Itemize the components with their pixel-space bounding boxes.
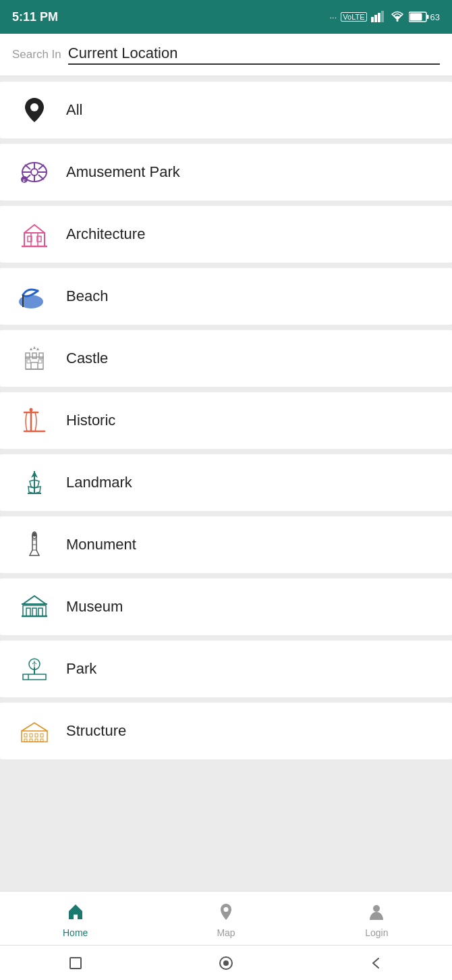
search-bar: Search In Current Location bbox=[0, 34, 452, 76]
category-item-structure[interactable]: Structure bbox=[0, 703, 452, 759]
status-icons: ··· VoLTE 63 bbox=[329, 10, 440, 24]
category-label-architecture: Architecture bbox=[66, 225, 145, 243]
castle-icon bbox=[15, 342, 54, 375]
nav-login[interactable]: Login bbox=[302, 902, 452, 938]
svg-rect-32 bbox=[39, 353, 43, 358]
category-item-architecture[interactable]: Architecture bbox=[0, 206, 452, 263]
svg-rect-35 bbox=[38, 360, 42, 363]
svg-rect-47 bbox=[38, 608, 43, 616]
category-item-castle[interactable]: Castle bbox=[0, 330, 452, 387]
login-icon bbox=[366, 902, 387, 925]
svg-rect-1 bbox=[374, 15, 377, 22]
svg-point-63 bbox=[373, 905, 380, 912]
svg-line-15 bbox=[25, 165, 30, 169]
search-label: Search In bbox=[12, 48, 61, 61]
search-value[interactable]: Current Location bbox=[68, 45, 440, 65]
category-item-historic[interactable]: Historic bbox=[0, 392, 452, 449]
svg-rect-48 bbox=[23, 674, 46, 680]
category-list: All F Amusement Park bbox=[0, 76, 452, 891]
svg-rect-3 bbox=[381, 11, 384, 22]
category-item-all[interactable]: All bbox=[0, 82, 452, 138]
svg-rect-7 bbox=[409, 13, 422, 21]
category-label-amusement-park: Amusement Park bbox=[66, 163, 180, 181]
android-nav-bar bbox=[0, 945, 452, 980]
category-item-landmark[interactable]: Landmark bbox=[0, 454, 452, 511]
category-item-amusement-park[interactable]: F Amusement Park bbox=[0, 144, 452, 200]
monument-icon bbox=[15, 528, 54, 561]
svg-rect-56 bbox=[35, 734, 38, 737]
historic-icon bbox=[15, 404, 54, 437]
svg-rect-0 bbox=[371, 17, 374, 22]
svg-text:F: F bbox=[23, 179, 26, 183]
nav-login-label: Login bbox=[365, 927, 388, 938]
signal-dots-icon: ··· bbox=[329, 12, 337, 22]
status-time: 5:11 PM bbox=[12, 10, 58, 24]
all-icon bbox=[15, 94, 54, 126]
category-label-museum: Museum bbox=[66, 598, 123, 616]
svg-point-8 bbox=[30, 103, 38, 111]
svg-rect-57 bbox=[40, 734, 43, 737]
category-item-museum[interactable]: Museum bbox=[0, 578, 452, 635]
svg-rect-55 bbox=[30, 734, 32, 737]
svg-point-62 bbox=[223, 907, 228, 912]
svg-point-66 bbox=[223, 960, 229, 966]
android-home-btn[interactable] bbox=[217, 954, 235, 973]
svg-point-4 bbox=[396, 20, 398, 22]
home-icon bbox=[65, 902, 86, 925]
nav-map-label: Map bbox=[217, 927, 235, 938]
svg-rect-31 bbox=[32, 353, 36, 358]
category-label-park: Park bbox=[66, 660, 96, 678]
svg-rect-64 bbox=[70, 958, 81, 969]
bottom-nav: Home Map Login bbox=[0, 891, 452, 945]
landmark-icon bbox=[15, 466, 54, 499]
battery-icon: 63 bbox=[409, 11, 440, 22]
svg-point-10 bbox=[31, 169, 38, 175]
category-label-landmark: Landmark bbox=[66, 474, 132, 491]
wifi-icon bbox=[390, 10, 405, 24]
category-item-beach[interactable]: Beach bbox=[0, 268, 452, 325]
svg-rect-46 bbox=[32, 608, 36, 616]
svg-line-17 bbox=[38, 165, 44, 169]
android-back-btn[interactable] bbox=[367, 954, 386, 973]
category-label-castle: Castle bbox=[66, 350, 108, 367]
map-pin-icon bbox=[216, 902, 236, 925]
museum-icon bbox=[15, 591, 54, 623]
svg-point-37 bbox=[30, 408, 33, 412]
signal-bars-icon bbox=[371, 10, 386, 24]
svg-rect-45 bbox=[26, 608, 30, 616]
svg-point-41 bbox=[32, 533, 36, 537]
svg-rect-34 bbox=[27, 360, 30, 363]
svg-line-16 bbox=[38, 175, 44, 180]
category-item-monument[interactable]: Monument bbox=[0, 516, 452, 573]
category-label-structure: Structure bbox=[66, 722, 126, 740]
park-icon bbox=[15, 653, 54, 685]
svg-rect-54 bbox=[24, 734, 27, 737]
nav-home-label: Home bbox=[63, 927, 88, 938]
svg-rect-2 bbox=[378, 13, 380, 22]
svg-rect-30 bbox=[26, 353, 30, 358]
category-item-park[interactable]: Park bbox=[0, 641, 452, 697]
amusement-park-icon: F bbox=[15, 156, 54, 188]
beach-icon bbox=[15, 280, 54, 312]
volte-icon: VoLTE bbox=[341, 12, 366, 22]
category-label-historic: Historic bbox=[66, 412, 115, 429]
nav-map[interactable]: Map bbox=[150, 902, 301, 938]
structure-icon bbox=[15, 715, 54, 747]
android-square-btn[interactable] bbox=[66, 954, 85, 973]
nav-home[interactable]: Home bbox=[0, 902, 150, 938]
category-label-monument: Monument bbox=[66, 536, 136, 553]
architecture-icon bbox=[15, 218, 54, 250]
svg-rect-6 bbox=[426, 15, 428, 19]
status-bar: 5:11 PM ··· VoLTE bbox=[0, 0, 452, 34]
category-label-beach: Beach bbox=[66, 288, 108, 305]
category-label-all: All bbox=[66, 101, 82, 119]
svg-rect-33 bbox=[31, 362, 38, 369]
